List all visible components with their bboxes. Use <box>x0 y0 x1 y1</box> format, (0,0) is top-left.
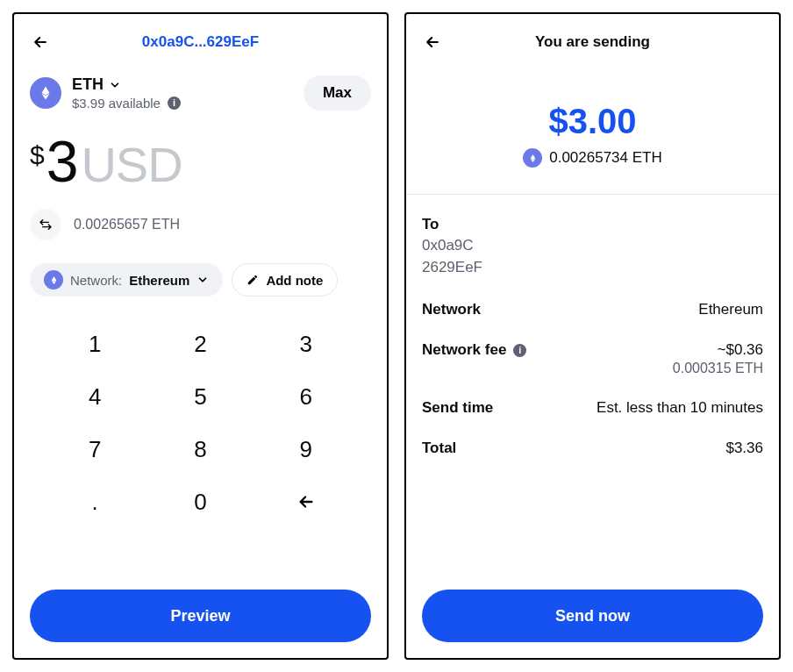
add-note-label: Add note <box>266 273 323 288</box>
asset-symbol: ETH <box>72 75 104 94</box>
currency-prefix: $ <box>30 140 45 170</box>
to-label: To <box>422 216 763 233</box>
info-icon[interactable]: i <box>168 97 181 110</box>
back-icon[interactable] <box>30 32 51 53</box>
key-dot[interactable]: . <box>42 475 147 528</box>
amount-value: 3 <box>46 128 78 195</box>
pencil-icon <box>246 274 259 286</box>
header: You are sending <box>422 25 763 60</box>
network-row: Network Ethereum <box>422 301 763 318</box>
to-section: To 0x0a9C 2629EeF <box>422 216 763 278</box>
sendtime-label: Send time <box>422 399 493 417</box>
page-title: You are sending <box>422 33 763 51</box>
eth-icon <box>523 148 542 168</box>
info-icon[interactable]: i <box>513 344 526 357</box>
network-value: Ethereum <box>698 301 763 318</box>
total-label: Total <box>422 440 456 457</box>
available-balance: $3.99 available <box>72 96 161 111</box>
network-selector[interactable]: Network: Ethereum <box>30 263 223 297</box>
converted-amount: 0.00265657 ETH <box>74 217 180 232</box>
eth-icon <box>44 270 63 290</box>
chevron-down-icon <box>196 274 209 286</box>
eth-amount: 0.00265734 ETH <box>549 149 662 167</box>
eth-icon <box>30 77 61 109</box>
swap-icon <box>39 218 53 232</box>
key-3[interactable]: 3 <box>254 318 359 370</box>
amount-currency: USD <box>81 136 182 193</box>
add-note-button[interactable]: Add note <box>232 263 338 297</box>
divider <box>406 194 779 195</box>
fee-eth: 0.000315 ETH <box>673 361 763 376</box>
key-6[interactable]: 6 <box>254 370 359 423</box>
fee-row: Network fee i ~$0.36 0.000315 ETH <box>422 341 763 376</box>
swap-currency-button[interactable] <box>30 209 61 240</box>
backspace-arrow-icon <box>296 492 316 511</box>
max-button[interactable]: Max <box>304 75 371 111</box>
asset-selector[interactable]: ETH $3.99 available i Max <box>30 75 371 111</box>
total-row: Total $3.36 <box>422 440 763 457</box>
sendtime-row: Send time Est. less than 10 minutes <box>422 399 763 417</box>
back-icon[interactable] <box>422 32 443 53</box>
to-address-line1: 0x0a9C <box>422 235 763 257</box>
recipient-address[interactable]: 0x0a9C...629EeF <box>30 33 371 51</box>
numeric-keypad: 1 2 3 4 5 6 7 8 9 . 0 <box>30 318 371 528</box>
network-label: Network: <box>70 273 122 288</box>
fee-usd: ~$0.36 <box>673 341 763 359</box>
key-8[interactable]: 8 <box>147 423 253 475</box>
header: 0x0a9C...629EeF <box>30 25 371 60</box>
to-address-line2: 2629EeF <box>422 257 763 279</box>
amount-display: $ 3 USD <box>30 128 371 195</box>
chevron-down-icon <box>109 79 121 91</box>
key-1[interactable]: 1 <box>42 318 147 370</box>
key-backspace[interactable] <box>254 475 359 528</box>
key-9[interactable]: 9 <box>254 423 359 475</box>
confirm-amount: $3.00 0.00265734 ETH <box>422 102 763 168</box>
key-7[interactable]: 7 <box>42 423 147 475</box>
network-label: Network <box>422 301 481 318</box>
send-entry-screen: 0x0a9C...629EeF ETH $3.99 available i Ma… <box>12 12 389 660</box>
sendtime-value: Est. less than 10 minutes <box>597 399 763 417</box>
preview-button[interactable]: Preview <box>30 590 371 642</box>
fee-label: Network fee <box>422 341 506 359</box>
key-0[interactable]: 0 <box>147 475 253 528</box>
send-confirm-screen: You are sending $3.00 0.00265734 ETH To … <box>404 12 781 660</box>
key-2[interactable]: 2 <box>147 318 253 370</box>
total-value: $3.36 <box>725 440 763 457</box>
key-5[interactable]: 5 <box>147 370 253 423</box>
network-value: Ethereum <box>129 273 189 288</box>
usd-amount: $3.00 <box>422 102 763 141</box>
send-now-button[interactable]: Send now <box>422 590 763 642</box>
key-4[interactable]: 4 <box>42 370 147 423</box>
